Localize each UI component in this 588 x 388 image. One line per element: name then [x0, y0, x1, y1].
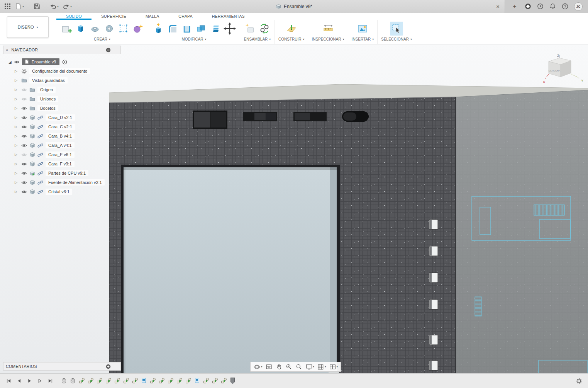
- expand-arrow-icon[interactable]: ▷: [15, 97, 19, 101]
- fillet-icon[interactable]: [166, 22, 179, 36]
- navigator-header[interactable]: « NAVEGADOR: [3, 46, 121, 54]
- visibility-icon[interactable]: [21, 180, 27, 185]
- timeline-feature-icon[interactable]: [212, 377, 219, 385]
- panel-grip[interactable]: [118, 364, 118, 369]
- tree-item-label[interactable]: Bocetos: [37, 105, 58, 111]
- view-cube[interactable]: Z DERECHA X Y: [542, 52, 588, 88]
- press-pull-icon[interactable]: [152, 22, 165, 36]
- timeline-go-to-end-button[interactable]: [46, 377, 55, 385]
- timeline-feature-icon[interactable]: [203, 377, 210, 385]
- tab-superficie[interactable]: SUPERFICIE: [92, 14, 136, 20]
- tree-item-label[interactable]: Partes de CPU v9:1: [46, 170, 88, 176]
- visibility-icon[interactable]: [21, 96, 27, 102]
- visibility-icon[interactable]: [21, 133, 27, 139]
- tree-item[interactable]: ▷ Cara_D v2:1: [8, 113, 121, 122]
- tree-item-label[interactable]: Cristal v3:1: [46, 189, 72, 195]
- root-document-chip[interactable]: Ensamble v9: [22, 58, 60, 65]
- split-body-icon[interactable]: [209, 22, 222, 36]
- tree-item-label[interactable]: Fuente de Alimentación v2:1: [46, 179, 105, 185]
- expand-arrow-icon[interactable]: ▷: [15, 88, 19, 92]
- bounding-box-icon[interactable]: [117, 22, 130, 36]
- tree-item[interactable]: ▷ Partes de CPU v9:1: [8, 168, 121, 178]
- grid-settings-icon[interactable]: ▾: [316, 362, 327, 371]
- expand-arrow-icon[interactable]: ▷: [15, 78, 19, 82]
- timeline-feature-icon[interactable]: [61, 377, 68, 385]
- tree-item-label[interactable]: Cara_A v4:1: [46, 142, 75, 148]
- timeline-feature-icon[interactable]: [150, 377, 156, 385]
- expand-arrow-icon[interactable]: ▷: [15, 125, 19, 129]
- expand-arrow-icon[interactable]: ▷: [15, 106, 19, 110]
- expand-arrow-icon[interactable]: ▷: [15, 116, 19, 119]
- tree-item[interactable]: ▷ Cara_B v4:1: [8, 131, 121, 141]
- app-grid-icon[interactable]: [4, 3, 11, 10]
- document-tab[interactable]: Ensamble v9*: [268, 0, 320, 13]
- tree-item[interactable]: ▷ Bocetos: [8, 104, 121, 113]
- look-at-icon[interactable]: [264, 362, 274, 371]
- visibility-icon[interactable]: [21, 143, 27, 148]
- tab-malla[interactable]: MALLA: [136, 14, 169, 20]
- timeline-feature-icon[interactable]: [79, 377, 85, 385]
- fit-icon[interactable]: [294, 362, 304, 371]
- tree-item-label[interactable]: Cara_C v2:1: [46, 124, 75, 130]
- timeline-feature-icon[interactable]: [70, 377, 76, 385]
- tree-item-label[interactable]: Origen: [37, 87, 56, 93]
- timeline-position-marker[interactable]: [230, 378, 235, 384]
- tree-item-label[interactable]: Cara_D v2:1: [46, 114, 75, 121]
- ensamblar-dropdown[interactable]: ENSAMBLAR ▾: [244, 37, 271, 41]
- tree-item[interactable]: ▷ Fuente de Alimentación v2:1: [8, 178, 121, 187]
- timeline-feature-icon[interactable]: [185, 377, 192, 385]
- timeline-feature-icon[interactable]: [105, 377, 112, 385]
- timeline-feature-icon[interactable]: [194, 377, 201, 385]
- job-status-clock-icon[interactable]: [537, 3, 544, 10]
- shell-icon[interactable]: [180, 22, 193, 36]
- viewports-icon[interactable]: ▾: [328, 362, 339, 371]
- crear-dropdown[interactable]: CREAR ▾: [94, 37, 110, 41]
- tree-item[interactable]: ▷ Uniones: [8, 94, 121, 104]
- notifications-bell-icon[interactable]: [549, 3, 556, 10]
- new-component-icon[interactable]: [244, 22, 257, 36]
- visibility-icon[interactable]: [21, 106, 27, 111]
- orbit-icon[interactable]: ▾: [252, 362, 264, 371]
- seleccionar-dropdown[interactable]: SELECCIONAR ▾: [381, 37, 412, 41]
- panel-grip[interactable]: [114, 364, 114, 369]
- construir-dropdown[interactable]: CONSTRUIR ▾: [278, 37, 304, 41]
- tab-chapa[interactable]: CHAPA: [169, 14, 202, 20]
- revolve-icon[interactable]: [88, 22, 102, 36]
- tree-item[interactable]: ▷ Cara_F v3:1: [8, 159, 121, 168]
- expand-arrow-icon[interactable]: ▷: [15, 134, 19, 138]
- tree-item[interactable]: ▷ Cara_C v2:1: [8, 122, 121, 131]
- timeline-feature-icon[interactable]: [176, 377, 183, 385]
- tree-item-label[interactable]: Cara_F v3:1: [46, 161, 75, 167]
- tree-item-label[interactable]: Configuración del documento: [29, 68, 90, 74]
- pan-icon[interactable]: [274, 362, 284, 371]
- close-document-icon[interactable]: ×: [491, 3, 505, 10]
- expand-arrow-icon[interactable]: ▷: [15, 190, 19, 194]
- tab-herramientas[interactable]: HERRAMIENTAS: [202, 14, 254, 20]
- visibility-icon[interactable]: [14, 59, 20, 65]
- expand-arrow-icon[interactable]: ▷: [15, 69, 19, 73]
- hole-icon[interactable]: [103, 22, 116, 36]
- tree-root-item[interactable]: ◢ Ensamble v9: [8, 57, 121, 66]
- timeline-go-to-start-button[interactable]: [4, 377, 13, 385]
- glass-panel[interactable]: [121, 165, 340, 373]
- panel-grip[interactable]: [114, 48, 114, 52]
- move-copy-icon[interactable]: [223, 22, 236, 36]
- hide-panel-icon[interactable]: [106, 48, 111, 53]
- modificar-dropdown[interactable]: MODIFICAR ▾: [181, 37, 206, 41]
- expand-arrow-icon[interactable]: ▷: [15, 162, 19, 166]
- construction-plane-icon[interactable]: [285, 22, 298, 36]
- workspace-switcher[interactable]: DISEÑO ▾: [7, 16, 49, 38]
- undo-button[interactable]: ▾: [50, 3, 59, 10]
- tree-item[interactable]: ▷ Origen: [8, 85, 121, 94]
- activate-target-icon[interactable]: [62, 59, 68, 65]
- tree-item-label[interactable]: Cara_B v4:1: [46, 133, 75, 139]
- extrude-icon[interactable]: [74, 22, 87, 36]
- zoom-icon[interactable]: [284, 362, 294, 371]
- tree-item[interactable]: ▷ Cara_A v4:1: [8, 141, 121, 150]
- expand-arrow-icon[interactable]: ▷: [15, 171, 19, 175]
- case-side-panel[interactable]: [456, 90, 588, 373]
- comments-header[interactable]: COMENTARIOS: [3, 362, 121, 371]
- timeline-feature-icon[interactable]: [221, 377, 227, 385]
- insert-canvas-icon[interactable]: [356, 22, 369, 36]
- visibility-icon[interactable]: [21, 124, 27, 130]
